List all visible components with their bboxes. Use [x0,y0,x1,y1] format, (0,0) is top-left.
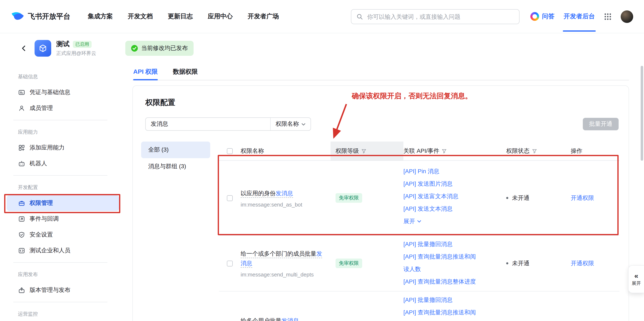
sidebar-item-members[interactable]: 成员管理 [7,100,119,116]
permission-search-input[interactable] [146,118,270,130]
sidebar-divider [13,120,108,120]
app-meta: 测试 已启用 正式应用@环界云 [56,40,96,57]
sidebar-section-basic-info: 基础信息 [18,72,125,81]
scrollbar-thumb[interactable] [641,66,643,161]
permission-name[interactable]: 给一个或多个部门的成员批量发消息 [240,250,322,268]
double-chevron-left-icon: « [634,272,638,279]
col-header-permission-name: 权限名称 [240,147,336,155]
api-link[interactable]: [API] 批量撤回消息 [404,294,481,306]
console-link[interactable]: 开发者后台 [564,12,595,20]
category-all[interactable]: 全部 (3) [141,142,210,158]
sidebar-item-bot[interactable]: 机器人 [7,156,119,172]
row-checkbox[interactable] [227,195,233,201]
release-icon [18,287,25,294]
nav-item-docs[interactable]: 开发文档 [128,12,153,20]
permission-icon [18,200,25,206]
tab-bar: API 权限 数据权限 [132,63,629,80]
api-link[interactable]: [API] 发送图片消息 [404,177,481,190]
credential-icon [18,89,25,96]
filter-funnel-icon[interactable] [532,148,537,154]
permissions-card: 权限配置 权限名称 批量开通 全部 (3) 消息与群组 (3) [132,85,629,321]
panel-title: 权限配置 [145,98,175,108]
api-link[interactable]: [API] 查询批量消息推送和阅读 [404,306,481,321]
chevron-down-icon [302,122,306,126]
status-dot-icon [506,197,508,199]
expand-api-list[interactable]: 展开 [404,215,481,227]
permission-level-badge: 免审权限 [336,193,362,203]
select-all-checkbox[interactable] [227,148,233,154]
top-navbar: 飞书开放平台 集成方案 开发文档 更新日志 应用中心 开发者广场 问答 开发者后… [0,0,644,33]
permission-level-badge: 免审权限 [336,258,362,268]
api-link[interactable]: [API] 发送文本消息 [404,202,481,215]
nav-item-app-center[interactable]: 应用中心 [208,12,233,20]
category-list: 全部 (3) 消息与群组 (3) [141,142,210,175]
sidebar-item-permissions[interactable]: 权限管理 [7,195,119,211]
brand[interactable]: 飞书开放平台 [11,10,70,23]
feishu-logo-icon [11,10,24,23]
nav-item-dev-plaza[interactable]: 开发者广场 [248,12,279,20]
open-permission-link[interactable]: 开通权限 [571,194,594,201]
main-content: API 权限 数据权限 权限配置 权限名称 批量开通 全部 (3) 消息与群组 … [132,63,644,321]
row-checkbox[interactable] [227,260,233,266]
qa-label: 问答 [542,12,554,20]
permission-name[interactable]: 给多个用户批量发消息 [240,317,299,321]
col-header-related-api: 关联 API/事件 [404,147,506,155]
api-link[interactable]: [API] 发送富文本消息 [404,190,481,202]
nav-search-input[interactable] [366,13,514,20]
brand-name: 飞书开放平台 [28,12,70,21]
permission-code: im:message:send_multi_depts [240,272,324,278]
app-header: 测试 已启用 正式应用@环界云 当前修改均已发布 [0,33,644,63]
nav-item-integration[interactable]: 集成方案 [88,12,113,20]
api-link[interactable]: [API] 查询批量消息整体进度 [404,275,481,288]
filter-funnel-icon[interactable] [361,148,366,154]
permission-status: 未开通 [506,194,571,202]
sidebar-item-events[interactable]: 事件与回调 [7,211,119,227]
category-message-group[interactable]: 消息与群组 (3) [141,158,210,175]
permission-name-cell: 以应用的身份发消息 im:message:send_as_bot [240,188,336,208]
user-avatar[interactable] [621,10,633,23]
shield-icon [18,232,25,238]
check-circle-icon [131,45,138,52]
qa-link[interactable]: 问答 [530,12,554,21]
api-link[interactable]: [API] 批量撤回消息 [404,238,481,250]
permission-search: 权限名称 [145,118,311,131]
publish-status-banner: 当前修改均已发布 [125,41,194,56]
search-field-dropdown[interactable]: 权限名称 [270,118,310,130]
permission-code: im:message:send_as_bot [240,201,324,208]
api-link[interactable]: [API] Pin 消息 [404,165,481,177]
col-header-permission-status: 权限状态 [506,147,571,155]
annotation-text: 确保该权限开启，否则无法回复消息。 [352,91,472,101]
sidebar-item-security[interactable]: 安全设置 [7,227,119,243]
sidebar-section-capabilities: 应用能力 [18,128,125,136]
sidebar-divider [13,262,108,263]
add-capability-icon [18,144,25,151]
back-button[interactable] [19,43,29,53]
apps-grid-icon[interactable] [604,13,612,20]
permission-name-cell: 给多个用户批量发消息 [240,316,336,321]
sidebar-item-version[interactable]: 版本管理与发布 [7,282,119,298]
api-link[interactable]: [API] 查询批量消息推送和阅读人数 [404,250,481,275]
nav-right: 问答 开发者后台 [530,10,633,23]
filter-funnel-icon[interactable] [442,148,447,154]
nav-item-changelog[interactable]: 更新日志 [168,12,193,20]
status-badge: 已启用 [73,40,92,48]
sidebar-item-add-capability[interactable]: 添加应用能力 [7,140,119,156]
permission-name[interactable]: 以应用的身份发消息 [240,190,293,198]
table-row: 以应用的身份发消息 im:message:send_as_bot 免审权限 [A… [219,161,620,236]
app-subtitle: 正式应用@环界云 [56,50,96,57]
open-permission-link[interactable]: 开通权限 [571,260,594,266]
sidebar-item-credentials[interactable]: 凭证与基础信息 [7,84,119,100]
nav-menu: 集成方案 开发文档 更新日志 应用中心 开发者广场 [88,12,279,20]
nav-search[interactable] [351,9,520,24]
sidebar-divider [13,302,108,302]
search-icon [356,13,363,20]
sidebar-section-monitoring: 运营监控 [18,310,125,318]
tab-api-permissions[interactable]: API 权限 [133,63,158,80]
app-name: 测试 [56,40,70,48]
expand-panel-button[interactable]: « 展开 [628,265,644,293]
qa-icon [530,12,539,21]
tab-data-permissions[interactable]: 数据权限 [173,63,198,80]
batch-open-button[interactable]: 批量开通 [583,118,618,130]
sidebar-item-test-org[interactable]: 测试企业和人员 [7,243,119,258]
app-icon [34,40,51,56]
